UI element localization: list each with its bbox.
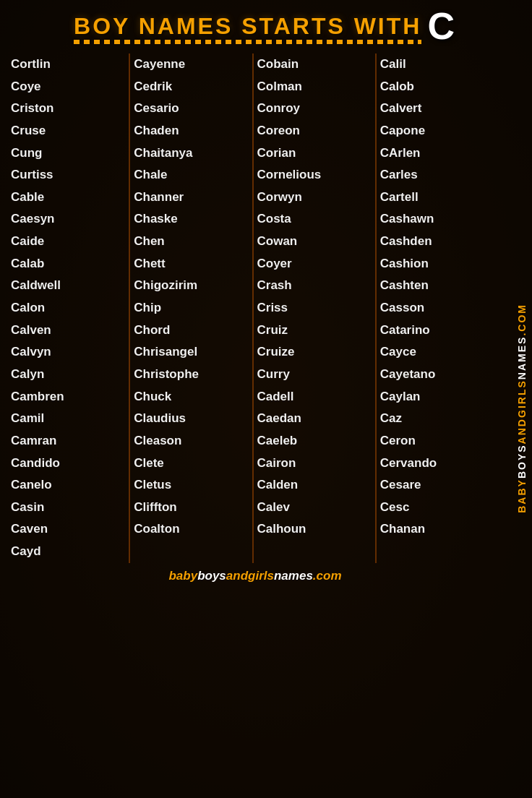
title-letter: C [427, 7, 455, 45]
name-item: Chord [134, 319, 248, 342]
name-item: Cayenne [134, 53, 248, 76]
name-item: Calil [380, 53, 496, 76]
name-item: Cayd [11, 541, 125, 563]
name-item: Chanan [380, 518, 496, 541]
name-item: Caven [11, 518, 125, 541]
name-item: Camil [11, 408, 125, 430]
name-item: Chett [134, 253, 248, 275]
name-item: Caeleb [257, 430, 372, 452]
name-item: Cashden [380, 231, 496, 253]
name-item: Calvert [380, 98, 496, 120]
title-area: BOY NAMES STARTS WITH C [7, 7, 521, 45]
name-item: Capone [380, 120, 496, 142]
name-item: Candido [11, 452, 125, 475]
footer-baby: baby [168, 569, 197, 583]
name-item: Cruize [257, 341, 372, 364]
name-item: Cedrik [134, 76, 248, 98]
name-item: Calhoun [257, 518, 372, 541]
name-item: Caide [11, 231, 125, 253]
name-item: Cliffton [134, 497, 248, 519]
name-item: Carles [380, 164, 496, 186]
name-column-3: CobainColmanConroyCoreonCorianCornelious… [254, 53, 377, 563]
name-item: Cashion [380, 253, 496, 275]
name-item: Cadell [257, 386, 372, 408]
name-item: Casson [380, 297, 496, 319]
name-item: Cruse [11, 120, 125, 142]
footer: babyboysandgirlsnames.com [7, 563, 503, 587]
name-item: Chale [134, 164, 248, 186]
name-item: Caylan [380, 386, 496, 408]
name-item: Calab [11, 253, 125, 275]
title-main: BOY NAMES STARTS WITH [74, 13, 421, 40]
side-label: BABYBOYSANDGIRLSNAMES.COM [516, 304, 528, 513]
name-item: Coye [11, 76, 125, 98]
name-item: Cambren [11, 386, 125, 408]
name-item: Cayce [380, 341, 496, 364]
name-item: Chaske [134, 208, 248, 231]
name-item: Conroy [257, 98, 372, 120]
name-item: CArlen [380, 142, 496, 165]
name-item: Chuck [134, 386, 248, 408]
name-item: Calob [380, 76, 496, 98]
name-item: Chen [134, 231, 248, 253]
name-item: Cesare [380, 474, 496, 497]
main-container: BOY NAMES STARTS WITH C CortlinCoyeCrist… [0, 0, 532, 594]
name-item: Chip [134, 297, 248, 319]
footer-com: .com [313, 569, 342, 583]
name-item: Cesc [380, 497, 496, 519]
name-item: Costa [257, 208, 372, 231]
name-item: Chigozirim [134, 275, 248, 297]
name-item: Corwyn [257, 186, 372, 209]
name-item: Chaitanya [134, 142, 248, 165]
name-item: Cable [11, 186, 125, 209]
name-item: Cairon [257, 452, 372, 475]
name-item: Caedan [257, 408, 372, 430]
name-item: Cortlin [11, 53, 125, 76]
name-item: Cowan [257, 231, 372, 253]
name-item: Coalton [134, 518, 248, 541]
name-item: Canelo [11, 474, 125, 497]
name-item: Calyn [11, 364, 125, 386]
name-item: Caldwell [11, 275, 125, 297]
footer-and: and [226, 569, 248, 583]
name-item: Calvyn [11, 341, 125, 364]
name-item: Cleason [134, 430, 248, 452]
name-item: Cesario [134, 98, 248, 120]
name-item: Catarino [380, 319, 496, 342]
name-item: Calven [11, 319, 125, 342]
name-item: Criss [257, 297, 372, 319]
name-item: Cashten [380, 275, 496, 297]
name-item: Cervando [380, 452, 496, 475]
name-item: Cung [11, 142, 125, 165]
name-item: Coyer [257, 253, 372, 275]
side-text-panel: BABYBOYSANDGIRLSNAMES.COM [512, 54, 532, 762]
name-column-4: CalilCalobCalvertCaponeCArlenCarlesCarte… [377, 53, 499, 563]
name-item: Colman [257, 76, 372, 98]
name-item: Caesyn [11, 208, 125, 231]
name-item: Casin [11, 497, 125, 519]
name-item: Curtiss [11, 164, 125, 186]
footer-girls: girls [248, 569, 274, 583]
name-item: Channer [134, 186, 248, 209]
name-item: Criston [11, 98, 125, 120]
name-item: Christophe [134, 364, 248, 386]
name-item: Calden [257, 474, 372, 497]
name-item: Chrisangel [134, 341, 248, 364]
name-item: Clete [134, 452, 248, 475]
name-column-2: CayenneCedrikCesarioChadenChaitanyaChale… [130, 53, 253, 563]
name-column-1: CortlinCoyeCristonCruseCungCurtissCableC… [7, 53, 130, 563]
footer-boys: boys [197, 569, 226, 583]
name-item: Cashawn [380, 208, 496, 231]
name-item: Cartell [380, 186, 496, 209]
name-item: Curry [257, 364, 372, 386]
name-item: Chaden [134, 120, 248, 142]
name-item: Camran [11, 430, 125, 452]
name-item: Cobain [257, 53, 372, 76]
name-item: Claudius [134, 408, 248, 430]
name-item: Calon [11, 297, 125, 319]
name-item: Caz [380, 408, 496, 430]
name-item: Cruiz [257, 319, 372, 342]
name-item: Calev [257, 497, 372, 519]
name-item: Crash [257, 275, 372, 297]
name-item: Cayetano [380, 364, 496, 386]
